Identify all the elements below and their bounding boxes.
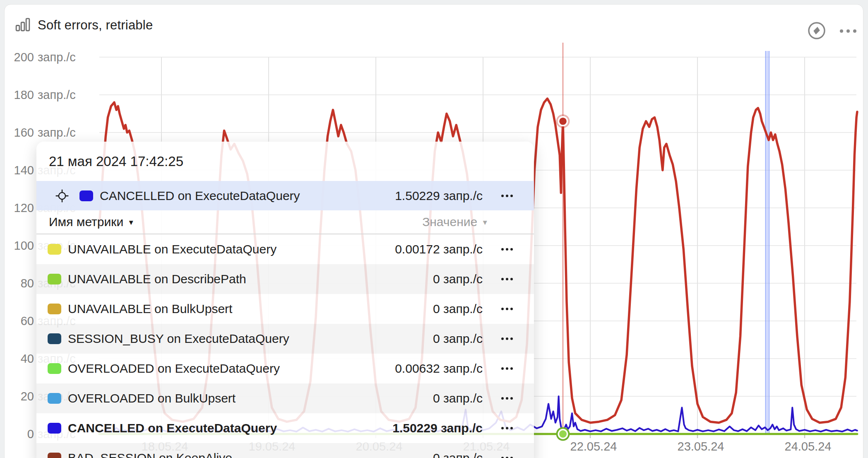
metric-value: 0 запр./с	[433, 302, 483, 316]
series-color-swatch	[48, 453, 61, 458]
tooltip-pinned-row[interactable]: CANCELLED on ExecuteDataQuery 1.50229 за…	[36, 181, 534, 210]
screenshot-root: Soft errors, retriable 200запр./с180запр…	[0, 0, 868, 458]
tooltip-row: OVERLOADED on ExecuteDataQuery0.00632 за…	[36, 354, 534, 383]
tooltip-timestamp: 21 мая 2024 17:42:25	[36, 142, 534, 181]
bar-chart-icon	[14, 16, 31, 33]
series-color-swatch	[79, 190, 93, 201]
x-axis-label: 24.05.24	[771, 440, 845, 453]
y-axis-label: 160запр./с	[8, 124, 76, 141]
metric-value: 1.50229 запр./с	[395, 189, 483, 203]
tooltip-row: UNAVAILABLE on BulkUpsert0 запр./с	[36, 294, 534, 324]
series-color-swatch	[48, 244, 61, 255]
metric-value: 0 запр./с	[433, 391, 483, 405]
x-axis-label: 23.05.24	[664, 440, 738, 453]
row-menu-button[interactable]	[498, 278, 517, 280]
row-menu-button[interactable]	[498, 367, 517, 370]
series-color-swatch	[48, 393, 61, 404]
tooltip-row-list: UNAVAILABLE on ExecuteDataQuery0.00172 з…	[36, 234, 534, 458]
metric-name: UNAVAILABLE on DescribePath	[68, 272, 246, 286]
metric-name: OVERLOADED on ExecuteDataQuery	[68, 362, 280, 376]
row-menu-button[interactable]	[498, 248, 517, 251]
row-menu-button[interactable]	[498, 195, 517, 197]
metric-name: CANCELLED on ExecuteDataQuery	[100, 189, 300, 203]
row-menu-button[interactable]	[498, 337, 517, 340]
chart-tooltip: 21 мая 2024 17:42:25 CANCELLED on Execut…	[36, 142, 534, 458]
metric-name: BAD_SESSION on KeepAlive	[68, 451, 232, 458]
sort-by-metric-name[interactable]: Имя метрики▼	[49, 215, 135, 229]
metric-value: 0 запр./с	[433, 451, 483, 458]
tooltip-row: OVERLOADED on BulkUpsert0 запр./с	[36, 383, 534, 413]
tooltip-column-headers: Имя метрики▼ Значение▼	[36, 210, 534, 234]
metric-value: 0.00632 запр./с	[395, 362, 483, 376]
series-color-swatch	[48, 363, 61, 374]
series-color-swatch	[48, 274, 61, 284]
tooltip-row: CANCELLED on ExecuteDataQuery1.50229 зап…	[36, 413, 534, 443]
ellipsis-icon	[840, 29, 856, 33]
sort-arrow-icon: ▼	[481, 219, 488, 227]
metric-name: UNAVAILABLE on ExecuteDataQuery	[68, 242, 277, 256]
row-menu-button[interactable]	[498, 308, 517, 310]
crosshair-icon	[55, 188, 70, 203]
x-axis-label: 22.05.24	[556, 440, 631, 453]
series-color-swatch	[48, 333, 61, 344]
sort-arrow-icon: ▼	[127, 219, 135, 227]
metric-value: 0 запр./с	[433, 332, 483, 346]
metric-name: SESSION_BUSY on ExecuteDataQuery	[68, 332, 289, 346]
metric-name: CANCELLED on ExecuteDataQuery	[68, 421, 277, 435]
series-color-swatch	[48, 423, 61, 434]
panel-title: Soft errors, retriable	[38, 18, 153, 33]
panel-menu-button[interactable]	[837, 20, 859, 42]
metric-value: 0 запр./с	[433, 272, 483, 286]
tooltip-row: UNAVAILABLE on ExecuteDataQuery0.00172 з…	[36, 234, 534, 264]
row-menu-button[interactable]	[498, 427, 517, 429]
row-menu-button[interactable]	[498, 397, 517, 400]
metric-name: OVERLOADED on BulkUpsert	[68, 391, 236, 405]
metric-name: UNAVAILABLE on BulkUpsert	[68, 302, 232, 316]
series-color-swatch	[48, 304, 61, 314]
tooltip-row: SESSION_BUSY on ExecuteDataQuery0 запр./…	[36, 324, 534, 354]
card-header: Soft errors, retriable	[5, 5, 863, 44]
compass-icon	[807, 21, 827, 42]
explore-compass-button[interactable]	[806, 20, 827, 42]
metric-value: 0.00172 запр./с	[395, 242, 483, 256]
sort-by-value[interactable]: Значение▼	[422, 215, 488, 229]
metric-value: 1.50229 запр./с	[392, 421, 483, 435]
y-axis-label: 200запр./с	[8, 49, 76, 65]
tooltip-row: UNAVAILABLE on DescribePath0 запр./с	[36, 264, 534, 294]
y-axis-label: 180запр./с	[8, 87, 76, 103]
tooltip-row: BAD_SESSION on KeepAlive0 запр./с	[36, 443, 534, 458]
